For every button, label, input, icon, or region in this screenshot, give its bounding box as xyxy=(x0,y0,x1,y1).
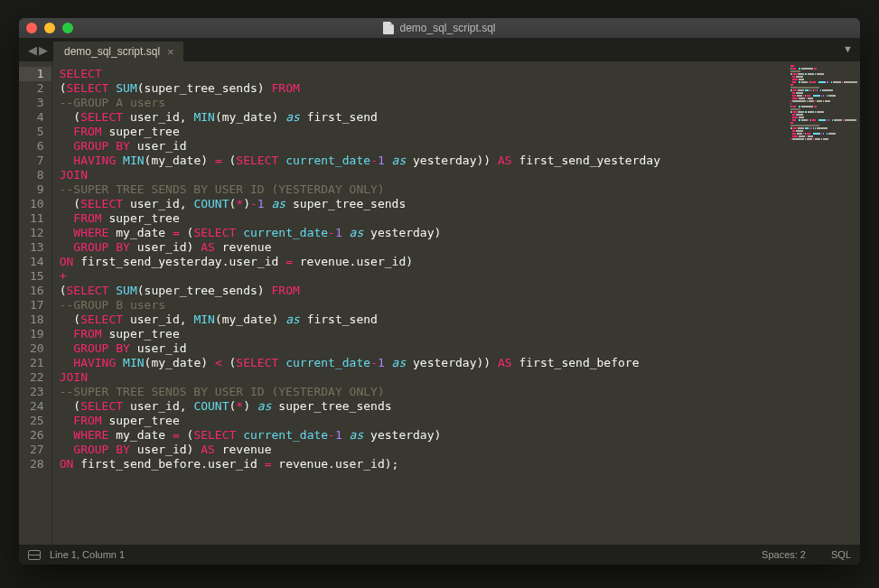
titlebar[interactable]: demo_sql_script.sql xyxy=(19,18,860,38)
close-window-button[interactable] xyxy=(26,23,37,33)
code-line[interactable]: JOIN xyxy=(60,370,660,385)
code-line[interactable]: GROUP BY user_id xyxy=(60,341,660,356)
line-gutter[interactable]: 1234567891011121314151617181920212223242… xyxy=(19,61,52,545)
code-line[interactable]: FROM super_tree xyxy=(60,125,660,139)
code-line[interactable]: (SELECT SUM(super_tree_sends) FROM xyxy=(60,284,660,298)
code-line[interactable]: GROUP BY user_id) AS revenue xyxy=(60,240,660,255)
line-number[interactable]: 15 xyxy=(30,269,44,284)
nav-back-icon[interactable]: ◀ xyxy=(28,43,37,57)
line-number[interactable]: 7 xyxy=(30,154,44,168)
code-line[interactable]: FROM super_tree xyxy=(60,327,660,341)
code-line[interactable]: (SELECT user_id, MIN(my_date) as first_s… xyxy=(60,110,660,125)
code-line[interactable]: (SELECT user_id, MIN(my_date) as first_s… xyxy=(60,313,660,327)
minimize-window-button[interactable] xyxy=(44,23,55,33)
code-content[interactable]: SELECT(SELECT SUM(super_tree_sends) FROM… xyxy=(52,61,660,545)
line-number[interactable]: 25 xyxy=(30,414,44,428)
window-title-text: demo_sql_script.sql xyxy=(399,22,495,34)
code-line[interactable]: GROUP BY user_id) AS revenue xyxy=(60,443,660,457)
line-number[interactable]: 9 xyxy=(30,182,44,197)
tab-overflow-icon[interactable]: ▼ xyxy=(843,43,853,54)
code-line[interactable]: (SELECT SUM(super_tree_sends) FROM xyxy=(60,81,660,96)
editor-window: demo_sql_script.sql ◀ ▶ demo_sql_script.… xyxy=(19,18,860,565)
code-line[interactable]: --SUPER TREE SENDS BY USER ID (YESTERDAY… xyxy=(60,385,660,399)
line-number[interactable]: 26 xyxy=(30,428,44,443)
code-line[interactable]: ON first_send_yesterday.user_id = revenu… xyxy=(60,255,660,269)
line-number[interactable]: 5 xyxy=(30,125,44,139)
code-line[interactable]: --SUPER TREE SENDS BY USER ID (YESTERDAY… xyxy=(60,182,660,197)
line-number[interactable]: 1 xyxy=(19,67,51,81)
code-line[interactable]: FROM super_tree xyxy=(60,414,660,428)
line-number[interactable]: 20 xyxy=(30,341,44,356)
close-tab-icon[interactable]: × xyxy=(167,46,174,58)
line-number[interactable]: 14 xyxy=(30,255,44,269)
line-number[interactable]: 23 xyxy=(30,385,44,399)
line-number[interactable]: 24 xyxy=(30,399,44,414)
code-line[interactable]: HAVING MIN(my_date) = (SELECT current_da… xyxy=(60,154,660,168)
code-line[interactable]: (SELECT user_id, COUNT(*) as super_tree_… xyxy=(60,399,660,414)
window-title: demo_sql_script.sql xyxy=(19,22,860,34)
line-number[interactable]: 13 xyxy=(30,240,44,255)
code-line[interactable]: ON first_send_before.user_id = revenue.u… xyxy=(60,457,660,471)
line-number[interactable]: 22 xyxy=(30,370,44,385)
status-bar: Line 1, Column 1 Spaces: 2 SQL xyxy=(19,545,860,565)
line-number[interactable]: 4 xyxy=(30,110,44,125)
code-line[interactable]: (SELECT user_id, COUNT(*)-1 as super_tre… xyxy=(60,197,660,211)
line-number[interactable]: 28 xyxy=(30,457,44,471)
panel-toggle-icon[interactable] xyxy=(28,550,41,560)
line-number[interactable]: 2 xyxy=(30,81,44,96)
minimap[interactable] xyxy=(788,61,860,545)
line-number[interactable]: 6 xyxy=(30,139,44,154)
line-number[interactable]: 27 xyxy=(30,443,44,457)
file-tab[interactable]: demo_sql_script.sql × xyxy=(53,42,183,61)
window-controls xyxy=(26,23,73,33)
line-number[interactable]: 17 xyxy=(30,298,44,313)
file-tab-label: demo_sql_script.sql xyxy=(64,45,160,58)
line-number[interactable]: 11 xyxy=(30,211,44,226)
code-line[interactable]: GROUP BY user_id xyxy=(60,139,660,154)
syntax-mode[interactable]: SQL xyxy=(831,549,851,560)
tab-bar: ◀ ▶ demo_sql_script.sql × ▼ xyxy=(19,38,860,61)
maximize-window-button[interactable] xyxy=(62,23,73,33)
nav-forward-icon[interactable]: ▶ xyxy=(39,43,48,57)
line-number[interactable]: 16 xyxy=(30,284,44,298)
code-line[interactable]: WHERE my_date = (SELECT current_date-1 a… xyxy=(60,226,660,240)
code-line[interactable]: FROM super_tree xyxy=(60,211,660,226)
code-line[interactable]: WHERE my_date = (SELECT current_date-1 a… xyxy=(60,428,660,443)
code-line[interactable]: + xyxy=(60,269,660,284)
cursor-position[interactable]: Line 1, Column 1 xyxy=(50,549,125,560)
line-number[interactable]: 10 xyxy=(30,197,44,211)
line-number[interactable]: 8 xyxy=(30,168,44,182)
code-line[interactable]: JOIN xyxy=(60,168,660,182)
line-number[interactable]: 12 xyxy=(30,226,44,240)
code-line[interactable]: HAVING MIN(my_date) < (SELECT current_da… xyxy=(60,356,660,370)
tab-history-nav: ◀ ▶ xyxy=(23,38,53,61)
line-number[interactable]: 18 xyxy=(30,313,44,327)
code-line[interactable]: --GROUP A users xyxy=(60,96,660,110)
line-number[interactable]: 19 xyxy=(30,327,44,341)
line-number[interactable]: 3 xyxy=(30,96,44,110)
document-icon xyxy=(383,22,394,34)
code-line[interactable]: --GROUP B users xyxy=(60,298,660,313)
editor-area: 1234567891011121314151617181920212223242… xyxy=(19,61,860,545)
indent-setting[interactable]: Spaces: 2 xyxy=(762,549,806,560)
line-number[interactable]: 21 xyxy=(30,356,44,370)
code-line[interactable]: SELECT xyxy=(60,67,660,81)
